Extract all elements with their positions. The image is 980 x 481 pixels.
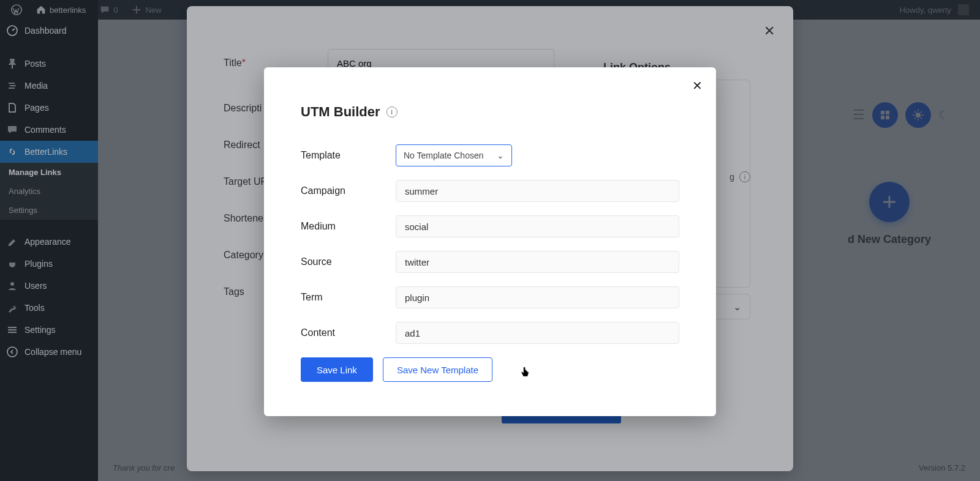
sidebar-label: Tools: [24, 303, 45, 313]
template-label: Template: [301, 150, 396, 161]
pin-icon: [6, 58, 18, 70]
sidebar-sub-label: Manage Links: [9, 168, 61, 177]
sidebar-label: Dashboard: [24, 26, 67, 35]
save-link-button[interactable]: Save Link: [301, 357, 373, 382]
sidebar-item-collapse[interactable]: Collapse menu: [0, 341, 98, 363]
sidebar-item-betterlinks[interactable]: BetterLinks: [0, 141, 98, 163]
user-icon: [6, 280, 18, 292]
medium-label: Medium: [301, 221, 396, 232]
home-icon: [36, 4, 47, 15]
campaign-label: Campaign: [301, 185, 396, 196]
sidebar-item-tools[interactable]: Tools: [0, 297, 98, 319]
admin-sidebar: Dashboard Posts Media Pages Comments Bet…: [0, 20, 98, 481]
svg-point-6: [7, 347, 17, 357]
link-icon: [6, 146, 18, 158]
sidebar-label: Appearance: [24, 237, 71, 247]
plug-icon: [6, 258, 18, 270]
medium-input[interactable]: [396, 215, 679, 237]
sidebar-label: Settings: [24, 325, 56, 335]
utm-modal-title: UTM Builder i: [301, 104, 679, 120]
source-input[interactable]: [396, 251, 679, 273]
chevron-down-icon: ⌄: [497, 151, 504, 160]
collapse-icon: [6, 346, 18, 358]
info-icon[interactable]: i: [386, 106, 398, 117]
cursor-pointer-icon: [519, 366, 530, 379]
sidebar-label: BetterLinks: [24, 147, 67, 157]
wrench-icon: [6, 302, 18, 314]
option-text: g: [729, 172, 734, 182]
term-label: Term: [301, 292, 396, 303]
sidebar-sub-manage-links[interactable]: Manage Links: [0, 163, 98, 182]
sidebar-label: Media: [24, 81, 48, 91]
sidebar-label: Plugins: [24, 259, 53, 269]
sidebar-item-appearance[interactable]: Appearance: [0, 231, 98, 253]
sidebar-item-comments[interactable]: Comments: [0, 119, 98, 141]
sidebar-item-plugins[interactable]: Plugins: [0, 253, 98, 275]
media-icon: [6, 80, 18, 92]
sidebar-sub-analytics[interactable]: Analytics: [0, 182, 98, 201]
sidebar-label: Posts: [24, 59, 46, 69]
info-icon[interactable]: i: [739, 171, 750, 182]
pages-icon: [6, 102, 18, 114]
save-new-template-button[interactable]: Save New Template: [383, 357, 492, 382]
sidebar-item-pages[interactable]: Pages: [0, 97, 98, 119]
sidebar-sub-label: Analytics: [9, 187, 40, 196]
utm-title-text: UTM Builder: [301, 104, 380, 120]
campaign-input[interactable]: [396, 180, 679, 202]
term-input[interactable]: [396, 286, 679, 308]
site-name: betterlinks: [50, 6, 86, 15]
wordpress-icon: [11, 4, 22, 15]
content-input[interactable]: [396, 322, 679, 344]
svg-point-3: [9, 326, 11, 328]
sliders-icon: [6, 324, 18, 336]
svg-point-0: [12, 5, 21, 15]
wp-logo-item[interactable]: [6, 4, 27, 15]
content-label: Content: [301, 327, 396, 338]
close-button[interactable]: ✕: [692, 78, 703, 93]
source-label: Source: [301, 256, 396, 267]
close-button[interactable]: ✕: [764, 23, 775, 39]
sidebar-sub-label: Settings: [9, 206, 37, 215]
site-home-item[interactable]: betterlinks: [31, 4, 91, 15]
template-select[interactable]: No Template Chosen ⌄: [396, 144, 512, 166]
svg-point-5: [10, 331, 12, 333]
sidebar-item-posts[interactable]: Posts: [0, 53, 98, 75]
template-selected-value: No Template Chosen: [404, 151, 483, 160]
sidebar-item-settings[interactable]: Settings: [0, 319, 98, 341]
sidebar-item-dashboard[interactable]: Dashboard: [0, 20, 98, 42]
sidebar-sub-settings[interactable]: Settings: [0, 201, 98, 220]
sidebar-item-media[interactable]: Media: [0, 75, 98, 97]
dashboard-icon: [6, 24, 18, 37]
brush-icon: [6, 236, 18, 248]
sidebar-label: Comments: [24, 125, 66, 135]
chevron-down-icon: ⌄: [733, 301, 741, 313]
sidebar-label: Pages: [24, 103, 49, 113]
utm-builder-modal: ✕ UTM Builder i Template No Template Cho…: [264, 67, 716, 416]
sidebar-item-users[interactable]: Users: [0, 275, 98, 297]
sidebar-label: Collapse menu: [24, 347, 81, 357]
sidebar-label: Users: [24, 281, 47, 291]
svg-point-4: [13, 329, 15, 330]
svg-point-2: [10, 282, 14, 286]
comment-icon: [6, 124, 18, 136]
